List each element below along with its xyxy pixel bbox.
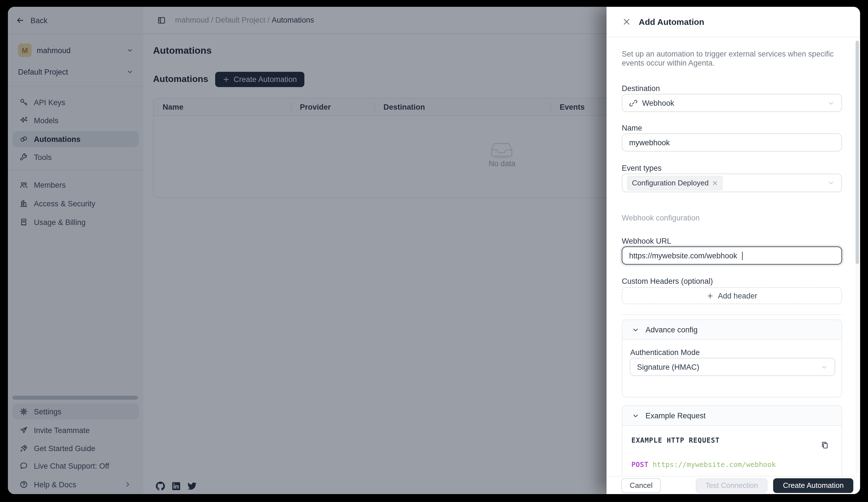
close-icon[interactable] <box>622 18 631 26</box>
drawer-header: Add Automation <box>607 7 860 37</box>
destination-value: Webhook <box>642 99 674 107</box>
webhook-config-heading: Webhook configuration <box>622 214 700 222</box>
http-url: https://mywebsite.com/webhook <box>653 460 776 469</box>
auth-mode-label: Authentication Mode <box>630 348 700 357</box>
chevron-down-icon <box>632 326 639 333</box>
webhook-url-label: Webhook URL <box>622 237 671 245</box>
plus-icon <box>706 292 714 299</box>
create-automation-submit-button[interactable]: Create Automation <box>773 478 853 493</box>
example-http-heading: EXAMPLE HTTP REQUEST <box>631 436 720 444</box>
drawer-footer: Cancel Test Connection Create Automation <box>607 476 860 494</box>
scrollbar-thumb[interactable] <box>856 41 859 264</box>
drawer-body: Set up an automation to trigger external… <box>607 37 860 476</box>
text-cursor <box>742 251 743 260</box>
add-automation-drawer: Add Automation Set up an automation to t… <box>607 7 860 494</box>
example-request-line: POST https://mywebsite.com/webhook <box>631 460 776 469</box>
test-connection-button[interactable]: Test Connection <box>696 478 767 493</box>
custom-headers-label: Custom Headers (optional) <box>622 277 713 285</box>
webhook-url-value: https://mywebsite.com/webhook <box>629 251 737 260</box>
desktop: Back M mahmoud Default Project API Keys … <box>0 0 868 502</box>
drawer-scrollbar <box>856 40 859 474</box>
name-label: Name <box>622 124 642 132</box>
example-request-card: Example Request EXAMPLE HTTP REQUEST POS… <box>622 405 842 476</box>
http-method: POST <box>631 460 648 469</box>
chevron-down-icon <box>827 179 835 187</box>
auth-mode-select[interactable]: Signature (HMAC) <box>630 358 835 376</box>
advance-config-card: Advance config Authentication Mode Signa… <box>622 319 842 398</box>
event-types-select[interactable]: Configuration Deployed <box>622 173 842 192</box>
chevron-down-icon <box>827 99 835 107</box>
add-header-button[interactable]: Add header <box>622 287 842 304</box>
event-type-tag: Configuration Deployed <box>627 175 723 190</box>
destination-select[interactable]: Webhook <box>622 94 842 112</box>
cancel-button[interactable]: Cancel <box>621 478 661 493</box>
event-types-label: Event types <box>622 164 662 172</box>
chevron-down-icon <box>632 412 639 419</box>
example-request-title: Example Request <box>645 411 706 420</box>
tag-remove-icon[interactable] <box>712 180 718 186</box>
link-icon <box>629 99 638 107</box>
app-window: Back M mahmoud Default Project API Keys … <box>8 7 860 494</box>
name-value: mywebhook <box>629 138 670 147</box>
example-request-toggle[interactable]: Example Request <box>622 406 841 426</box>
webhook-url-input[interactable]: https://mywebsite.com/webhook <box>622 247 842 264</box>
drawer-description: Set up an automation to trigger external… <box>622 50 839 67</box>
advance-config-toggle[interactable]: Advance config <box>622 320 841 340</box>
advance-config-title: Advance config <box>645 325 698 334</box>
drawer-title: Add Automation <box>639 17 704 27</box>
destination-label: Destination <box>622 84 660 93</box>
chevron-down-icon <box>820 363 828 371</box>
auth-mode-value: Signature (HMAC) <box>637 363 700 371</box>
copy-icon[interactable] <box>820 441 829 450</box>
name-input[interactable]: mywebhook <box>622 133 842 151</box>
